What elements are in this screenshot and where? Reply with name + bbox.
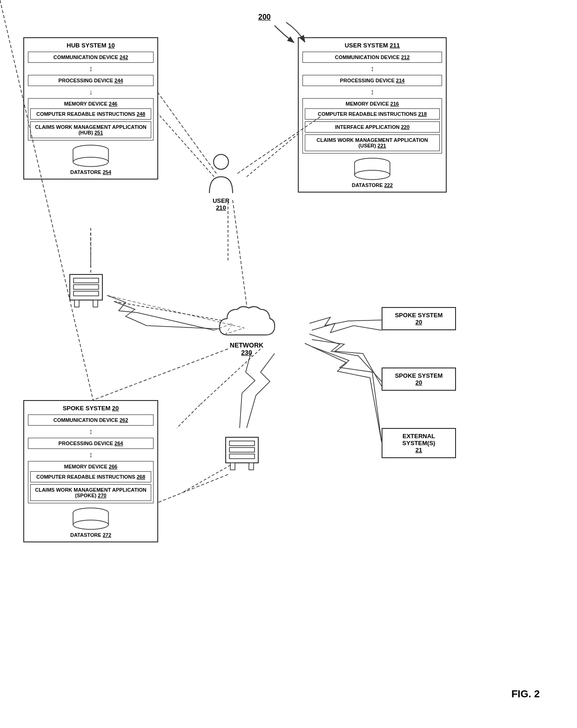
user-cri: COMPUTER READABLE INSTRUCTIONS 218 [305, 108, 440, 120]
diagram-container: 200 HUB SYSTEM 10 COMMUNICATION DEVICE 2… [0, 0, 577, 728]
hub-comm-device: COMMUNICATION DEVICE 242 [28, 52, 154, 63]
user-app: CLAIMS WORK MANAGEMENT APPLICATION (USER… [305, 134, 440, 151]
svg-rect-36 [229, 454, 255, 459]
svg-line-7 [200, 349, 261, 405]
user-system-title: USER SYSTEM 211 [302, 42, 442, 49]
svg-rect-26 [74, 300, 79, 307]
svg-rect-23 [74, 278, 99, 283]
svg-rect-35 [229, 447, 255, 452]
user-datastore-icon [354, 157, 391, 180]
spoke-datastore-icon [72, 507, 109, 530]
arrow-hub-2: ↓ [28, 88, 154, 96]
arrow-spoke-2: ↕ [28, 451, 154, 459]
svg-point-20 [355, 170, 390, 180]
fig-label: FIG. 2 [511, 688, 540, 700]
hub-mem-device: MEMORY DEVICE 246 COMPUTER READABLE INST… [28, 98, 154, 140]
spoke-system-detail-box: SPOKE SYSTEM 20 COMMUNICATION DEVICE 262… [23, 400, 158, 542]
spoke-cri: COMPUTER READABLE INSTRUCTIONS 268 [30, 471, 151, 482]
svg-rect-27 [93, 300, 98, 307]
spoke-system-1-box: SPOKE SYSTEM 20 [382, 307, 456, 330]
svg-rect-38 [249, 463, 254, 470]
svg-line-47 [158, 474, 228, 502]
svg-point-15 [73, 157, 108, 167]
spoke-system-detail-title: SPOKE SYSTEM 20 [28, 405, 154, 412]
svg-line-5 [247, 130, 302, 177]
svg-line-46 [93, 349, 228, 400]
network-cloud-icon [214, 302, 279, 344]
diagram-number: 200 [258, 13, 271, 21]
hub-server-icon [65, 265, 107, 314]
hub-app: CLAIMS WORK MANAGEMENT APPLICATION (HUB)… [30, 121, 151, 138]
arrow-user-2: ↕ [302, 88, 442, 96]
hub-proc-device: PROCESSING DEVICE 244 [28, 75, 154, 86]
spoke-comm-device: COMMUNICATION DEVICE 262 [28, 414, 154, 426]
user-mem-device: MEMORY DEVICE 216 COMPUTER READABLE INST… [302, 98, 442, 154]
svg-line-8 [177, 405, 200, 428]
spoke-1-ref: 20 [386, 319, 451, 326]
spoke-2-label: SPOKE SYSTEM [386, 372, 451, 379]
network-cloud: NETWORK 230 [214, 302, 279, 356]
network-ref: 230 [214, 349, 279, 356]
user-ref: 210 [205, 204, 237, 211]
user-label: USER [205, 197, 237, 204]
spoke-mem-device: MEMORY DEVICE 266 COMPUTER READABLE INST… [28, 461, 154, 503]
user-person-icon [205, 154, 237, 195]
external-system-box: EXTERNAL SYSTEM(S) 21 [382, 428, 456, 458]
svg-rect-25 [74, 291, 99, 296]
hub-datastore-label: DATASTORE 254 [28, 169, 154, 175]
user-proc-device: PROCESSING DEVICE 214 [302, 75, 442, 86]
svg-rect-37 [230, 463, 235, 470]
spoke-app: CLAIMS WORK MANAGEMENT APPLICATION (SPOK… [30, 484, 151, 501]
user-comm-device: COMMUNICATION DEVICE 212 [302, 52, 442, 63]
spoke-1-label: SPOKE SYSTEM [386, 312, 451, 319]
spoke-system-2-box: SPOKE SYSTEM 20 [382, 367, 456, 391]
arrow-spoke-1: ↕ [28, 427, 154, 436]
bottom-server-icon [221, 428, 263, 476]
user-interface-app: INTERFACE APPLICATION 220 [305, 121, 440, 133]
external-system-ref: 21 [386, 447, 451, 454]
arrow-user-1: ↕ [302, 65, 442, 73]
svg-rect-34 [229, 441, 255, 446]
spoke-proc-device: PROCESSING DEVICE 264 [28, 438, 154, 449]
external-system-label: EXTERNAL SYSTEM(S) [386, 433, 451, 447]
spoke-2-ref: 20 [386, 379, 451, 386]
spoke-datastore-label: DATASTORE 272 [28, 532, 154, 538]
user-figure: USER 210 [205, 154, 237, 211]
user-datastore-label: DATASTORE 222 [302, 182, 442, 188]
svg-rect-24 [74, 285, 99, 289]
hub-system-title: HUB SYSTEM 10 [28, 42, 154, 49]
svg-point-32 [73, 520, 108, 529]
hub-cri: COMPUTER READABLE INSTRUCTIONS 248 [30, 108, 151, 120]
hub-datastore-icon [72, 144, 109, 167]
svg-point-21 [214, 154, 228, 169]
user-system-box: USER SYSTEM 211 COMMUNICATION DEVICE 212… [298, 37, 447, 193]
svg-line-44 [233, 200, 247, 305]
hub-system-box: HUB SYSTEM 10 COMMUNICATION DEVICE 242 ↕… [23, 37, 158, 180]
arrow-hub-1: ↕ [28, 65, 154, 73]
